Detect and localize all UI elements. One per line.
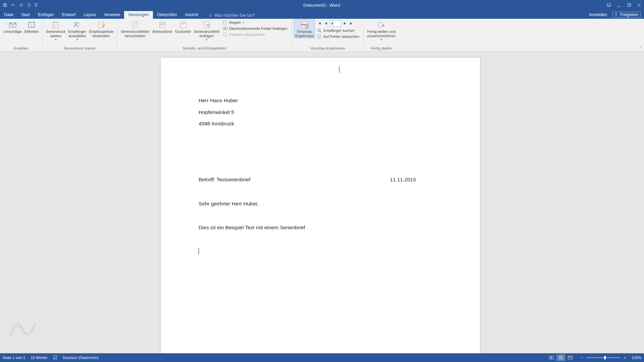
- zoom-level[interactable]: 120%: [632, 356, 641, 360]
- maximize-icon[interactable]: [624, 0, 634, 10]
- highlight-fields-button[interactable]: Seriendruckfelder hervorheben: [119, 19, 151, 38]
- dropdown-caret-icon: ▼: [76, 38, 78, 41]
- page-indicator[interactable]: Seite 1 von 1: [3, 356, 25, 360]
- envelope-icon: [8, 20, 17, 29]
- svg-rect-30: [559, 356, 562, 359]
- print-layout-icon[interactable]: [556, 354, 565, 361]
- zoom-slider-track[interactable]: [587, 357, 620, 358]
- zoom-control: − + 120%: [580, 356, 641, 360]
- prev-record-icon[interactable]: [323, 20, 329, 26]
- dropdown-caret-icon: ▼: [205, 38, 208, 41]
- spellcheck-icon[interactable]: [53, 355, 58, 360]
- word-count[interactable]: 19 Wörter: [31, 356, 48, 360]
- edit-list-icon: [97, 20, 106, 29]
- minimize-icon[interactable]: [614, 0, 624, 10]
- share-button[interactable]: Freigeben: [612, 12, 641, 18]
- svg-rect-0: [28, 4, 30, 7]
- cursor-line: [199, 248, 442, 255]
- rules-icon: [223, 20, 227, 25]
- title-bar: Dokument2 - Word: [0, 0, 644, 10]
- tab-references[interactable]: Verweise: [100, 11, 124, 19]
- svg-rect-27: [53, 356, 56, 359]
- tab-design[interactable]: Entwurf: [58, 11, 80, 19]
- zoom-out-icon[interactable]: −: [580, 356, 584, 360]
- view-buttons: [547, 354, 575, 361]
- svg-rect-13: [160, 22, 165, 27]
- next-record-icon[interactable]: [342, 20, 348, 26]
- svg-point-8: [75, 22, 77, 25]
- group-finish: Fertig stellen und zusammenführen ▼ Fert…: [364, 19, 399, 51]
- language-indicator[interactable]: Deutsch (Österreich): [63, 356, 99, 360]
- last-record-icon[interactable]: [348, 20, 355, 26]
- greeting-line-button[interactable]: Grußzeile: [174, 19, 193, 34]
- mailmerge-icon: [51, 20, 60, 29]
- svg-point-9: [78, 22, 80, 24]
- labels-button[interactable]: Etiketten: [23, 19, 40, 34]
- preview-icon: «ABC»: [300, 20, 309, 29]
- check-errors-button[interactable]: Auf Fehler überprüfen: [316, 34, 360, 39]
- find-recipient-button[interactable]: Empfänger suchen: [316, 28, 360, 33]
- envelopes-button[interactable]: Umschläge: [2, 19, 23, 34]
- svg-rect-11: [133, 22, 138, 28]
- body-text: Dies ist ein Beispiel Text mit einem Ser…: [199, 224, 442, 231]
- insert-merge-field-button[interactable]: Seriendruckfeld einfügen ▼: [193, 19, 221, 41]
- rules-button[interactable]: Regeln ▼: [222, 20, 288, 25]
- group-preview: «ABC» Vorschau Ergebnisse Empfänger such…: [292, 19, 363, 51]
- tab-file[interactable]: Datei: [0, 11, 17, 19]
- highlight-icon: [131, 20, 140, 29]
- svg-rect-18: [223, 27, 224, 30]
- signin-link[interactable]: Anmelden: [589, 12, 607, 17]
- svg-rect-29: [551, 356, 553, 359]
- status-bar: Seite 1 von 1 19 Wörter Deutsch (Österre…: [0, 353, 644, 362]
- close-icon[interactable]: [634, 0, 644, 10]
- select-recipients-button[interactable]: Empfänger auswählen ▼: [67, 19, 88, 41]
- group-start-label: Seriendruck starten: [64, 46, 96, 51]
- save-icon[interactable]: [1, 1, 9, 9]
- edit-recipients-button[interactable]: Empfängerliste bearbeiten: [88, 19, 115, 38]
- collapse-ribbon-icon[interactable]: ˄: [640, 46, 641, 50]
- address-block-icon: [158, 20, 167, 29]
- repeat-icon[interactable]: [17, 1, 25, 9]
- match-fields-button[interactable]: Übereinstimmende Felder festlegen: [222, 26, 288, 31]
- svg-rect-31: [568, 356, 572, 359]
- address-block-button[interactable]: Adressblock: [151, 19, 174, 34]
- tell-me-search[interactable]: Was möchten Sie tun?: [208, 13, 586, 19]
- zoom-slider-thumb[interactable]: [604, 356, 606, 359]
- update-labels-icon: [223, 32, 227, 37]
- qat-customize-icon[interactable]: [34, 1, 38, 9]
- salutation-text: Sehr geehrter Herr Huber,: [199, 200, 442, 207]
- document-body[interactable]: Herr Hans Huber Hopfenwinkel 5 4588 Inns…: [199, 97, 442, 255]
- labels-icon: [27, 20, 36, 29]
- tab-layout[interactable]: Layout: [79, 11, 100, 19]
- group-preview-label: Vorschau Ergebnisse: [310, 46, 345, 51]
- check-errors-icon: [317, 34, 322, 39]
- page[interactable]: Herr Hans Huber Hopfenwinkel 5 4588 Inns…: [161, 58, 480, 353]
- window-controls: [604, 0, 644, 10]
- tab-insert[interactable]: Einfügen: [34, 11, 58, 19]
- web-layout-icon[interactable]: [566, 354, 575, 361]
- group-write-insert-label: Schreib- und Einfügefelder: [182, 46, 226, 51]
- record-number-input[interactable]: [330, 20, 341, 26]
- tab-review[interactable]: Überprüfen: [153, 11, 181, 19]
- tell-me-placeholder: Was möchten Sie tun?: [214, 13, 255, 18]
- start-mailmerge-button[interactable]: Seriendruck starten ▼: [45, 19, 67, 41]
- tab-start[interactable]: Start: [17, 11, 34, 19]
- first-record-icon[interactable]: [316, 20, 322, 26]
- preview-results-button[interactable]: «ABC» Vorschau Ergebnisse: [294, 19, 315, 38]
- ribbon-options-icon[interactable]: [604, 0, 614, 10]
- read-mode-icon[interactable]: [547, 354, 556, 361]
- address-line-1: Herr Hans Huber: [199, 97, 442, 104]
- undo-icon[interactable]: [9, 1, 17, 9]
- finish-merge-button[interactable]: Fertig stellen und zusammenführen ▼: [366, 19, 397, 41]
- document-workspace: Herr Hans Huber Hopfenwinkel 5 4588 Inns…: [0, 52, 644, 353]
- tab-mailings[interactable]: Sendungen: [124, 11, 153, 19]
- group-start-mailmerge: Seriendruck starten ▼ Empfänger auswähle…: [43, 19, 117, 51]
- address-line-2: Hopfenwinkel 5: [199, 109, 442, 116]
- svg-point-3: [615, 13, 617, 15]
- find-icon: [317, 28, 322, 33]
- touch-mode-icon[interactable]: [25, 1, 33, 9]
- tab-view[interactable]: Ansicht: [181, 11, 202, 19]
- merge-field-icon: [202, 20, 211, 29]
- svg-rect-19: [226, 27, 227, 30]
- zoom-in-icon[interactable]: +: [623, 356, 627, 360]
